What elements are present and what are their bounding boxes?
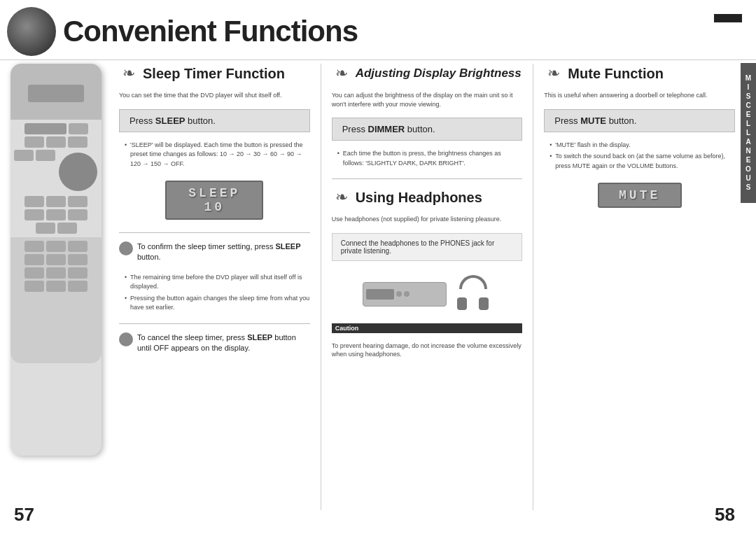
remote-bottom (10, 237, 102, 363)
dimmer-step1-label: Press (342, 124, 368, 134)
mute-section-header: ❧ Mute Function (544, 64, 735, 83)
sleep-step1-suffix: button. (185, 115, 215, 126)
hp-right-ear (479, 297, 489, 310)
sleep-remaining-note: The remaining time before the DVD player… (125, 273, 310, 292)
remote-btn-b (68, 267, 88, 279)
remote-btn (69, 123, 88, 134)
sleep-icon: ❧ (119, 64, 139, 83)
remote-btn (14, 150, 34, 161)
sleep-step1-bold: SLEEP (155, 115, 186, 126)
remote-image (10, 64, 102, 456)
page-number-right: 58 (715, 504, 735, 526)
logo (7, 7, 56, 56)
divider3 (332, 178, 523, 179)
headphones-icon: ❧ (332, 188, 351, 207)
mute-step1-box: Press MUTE button. (544, 109, 735, 132)
dvd-btn2 (404, 291, 410, 297)
page-header: Convenient Functions (0, 0, 756, 60)
divider (119, 232, 310, 233)
sleep-step1-label: Press (130, 115, 155, 126)
remote-btn (46, 136, 66, 148)
connect-text: Connect the headphones to the PHONES jac… (341, 239, 495, 255)
mute-subtitle: This is useful when answering a doorbell… (544, 91, 735, 100)
remote-btn (68, 196, 88, 207)
remote-btn (57, 223, 77, 234)
remote-btn (68, 136, 88, 148)
remote-screen (28, 85, 84, 102)
caution-label: Caution (332, 323, 523, 333)
remote-btn (24, 209, 44, 220)
remote-btn-b (24, 267, 44, 279)
dvd-display (366, 289, 394, 300)
sleep-section-header: ❧ Sleep Timer Function (119, 64, 310, 83)
remote-btn-b (68, 254, 88, 265)
dimmer-note1: Each time the button is press, the brigh… (337, 149, 523, 168)
remote-btn (46, 209, 66, 220)
remote-btn-b (24, 281, 44, 292)
content-area: ❧ Sleep Timer Function You can set the t… (119, 64, 735, 510)
sleep-lcd-display: SLEEP 10 (165, 181, 263, 220)
header-bar (714, 14, 742, 22)
headphones-section-title: Using Headphones (356, 190, 482, 206)
remote-nav-ring (59, 153, 97, 191)
sleep-section-title: Sleep Timer Function (143, 66, 285, 82)
mute-note1: 'MUTE' flash in the display. (550, 141, 735, 150)
remote-btn (46, 196, 66, 207)
mute-section-title: Mute Function (568, 66, 664, 82)
dimmer-section-header: ❧ Adjusting Display Brightness (332, 64, 523, 83)
headphones-section-header: ❧ Using Headphones (332, 188, 523, 207)
remote-btn-b (24, 254, 44, 265)
mute-col: ❧ Mute Function This is useful when answ… (544, 64, 735, 510)
sleep-timer-col: ❧ Sleep Timer Function You can set the t… (119, 64, 310, 510)
remote-btn (36, 150, 55, 161)
divider2 (119, 323, 310, 324)
headphones-img (454, 275, 492, 314)
remote-btn-b (46, 267, 66, 279)
misc-label: MISCELLANEOUS (745, 74, 752, 192)
confirm-step-circle (119, 241, 133, 255)
vertical-separator (321, 64, 321, 510)
mute-note2: To switch the sound back on (at the same… (550, 152, 735, 171)
confirm-step-text: To confirm the sleep timer setting, pres… (137, 241, 310, 263)
remote-btn (24, 196, 44, 207)
remote-btn-b (46, 281, 66, 292)
sleep-step1-box: Press SLEEP button. (119, 109, 310, 132)
dimmer-step1-box: Press DIMMER button. (332, 118, 523, 141)
remote-btn-wide (24, 123, 66, 134)
connect-box: Connect the headphones to the PHONES jac… (332, 233, 523, 261)
main-content: ❧ Sleep Timer Function You can set the t… (0, 60, 756, 531)
misc-sidebar: MISCELLANEOUS (741, 63, 756, 203)
remote-btn (68, 209, 88, 220)
mute-icon: ❧ (544, 64, 564, 83)
page-number-left: 57 (14, 504, 34, 526)
hp-arc (459, 275, 487, 289)
dimmer-section-title: Adjusting Display Brightness (356, 66, 522, 80)
dimmer-notes: Each time the button is press, the brigh… (332, 149, 523, 170)
mute-lcd-display: MUTE (598, 183, 682, 208)
device-illustration (332, 275, 523, 314)
remote-btn-b (46, 241, 66, 252)
remote-btn (36, 223, 55, 234)
remote-column (4, 64, 108, 510)
dimmer-icon: ❧ (332, 64, 351, 83)
dimmer-headphones-col: ❧ Adjusting Display Brightness You can a… (332, 64, 523, 510)
dimmer-subtitle: You can adjust the brightness of the dis… (332, 91, 523, 108)
remote-btn-b (68, 281, 88, 292)
dvd-player-img (363, 282, 447, 307)
sleep-change-note: Pressing the button again changes the sl… (125, 294, 310, 313)
cancel-step-circle (119, 332, 133, 346)
dimmer-step1-bold: DIMMER (368, 124, 405, 134)
mute-step1-label: Press (554, 115, 580, 126)
remote-btn-b (46, 254, 66, 265)
page-title: Convenient Functions (63, 15, 358, 48)
dvd-btn1 (396, 291, 402, 297)
mute-step1-bold: MUTE (580, 115, 606, 126)
mute-notes: 'MUTE' flash in the display. To switch t… (544, 141, 735, 174)
hp-left-ear (457, 297, 467, 310)
remote-btn (24, 136, 44, 148)
sleep-subtitle: You can set the time that the DVD player… (119, 91, 310, 100)
sleep-note1: 'SLEEP' will be displayed. Each time the… (125, 141, 310, 169)
sleep-cancel-step: To cancel the sleep timer, press SLEEP b… (119, 332, 310, 354)
dimmer-step1-suffix: button. (405, 124, 435, 134)
remote-btn-b (24, 241, 44, 252)
